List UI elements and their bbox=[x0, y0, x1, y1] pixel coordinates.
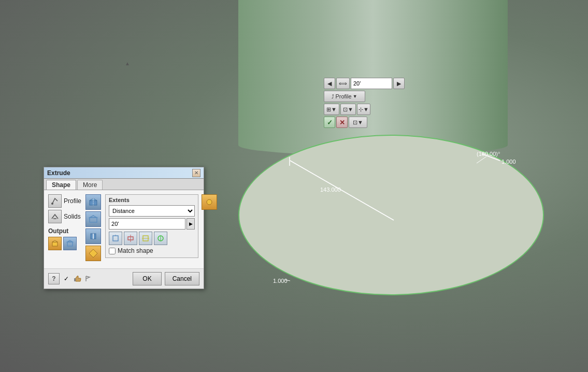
extrude-btn-2[interactable] bbox=[85, 211, 101, 227]
side-icons-column bbox=[202, 194, 217, 258]
toolbar-left-arrow[interactable]: ◀ bbox=[324, 78, 335, 89]
dim-1-annotation: 1.000 bbox=[273, 278, 288, 284]
main-section-row: Profile Solids Output bbox=[48, 194, 199, 261]
extents-type-select[interactable]: Distance To Next Through All bbox=[109, 205, 195, 217]
match-shape-row: Match shape bbox=[109, 247, 195, 254]
output-section: Output bbox=[48, 227, 81, 250]
svg-rect-20 bbox=[113, 236, 118, 241]
dialog-title: Extrude bbox=[47, 169, 70, 177]
extents-arrow-btn[interactable]: ▶ bbox=[187, 218, 195, 230]
check-mark: ✓ bbox=[62, 274, 71, 283]
svg-rect-29 bbox=[74, 278, 76, 281]
extrude-btn-4[interactable] bbox=[85, 246, 101, 261]
svg-rect-14 bbox=[90, 218, 97, 222]
extents-icon-4[interactable] bbox=[154, 232, 167, 245]
extents-icon-1[interactable] bbox=[109, 232, 122, 245]
solids-icon-btn[interactable] bbox=[48, 210, 62, 223]
svg-marker-8 bbox=[52, 240, 58, 242]
profile-row: Profile bbox=[48, 194, 81, 208]
bottom-right-buttons: OK Cancel bbox=[133, 272, 199, 285]
dim-143-annotation: 143.000 bbox=[320, 187, 341, 193]
ok-button[interactable]: OK bbox=[133, 272, 161, 285]
dialog-bottom: ? ✓ OK Cancel bbox=[44, 268, 204, 289]
ellipse-surface bbox=[238, 135, 544, 295]
profile-icon-btn[interactable] bbox=[48, 194, 62, 208]
bottom-left-controls: ? ✓ bbox=[48, 273, 93, 284]
match-shape-checkbox[interactable] bbox=[109, 248, 116, 254]
toolbar-row-distance: ◀ ⟺ ▶ bbox=[324, 78, 405, 89]
extrude-btn-1[interactable] bbox=[85, 194, 101, 210]
match-shape-label: Match shape bbox=[118, 247, 153, 254]
svg-marker-10 bbox=[67, 240, 73, 242]
scroll-indicator: ▲ bbox=[123, 60, 132, 66]
output-icon-row bbox=[48, 237, 81, 250]
thumbs-icon bbox=[73, 274, 82, 283]
extrude-dialog: Extrude ✕ Shape More Profile bbox=[44, 167, 204, 289]
angle-annotation: (180.00)° bbox=[477, 151, 500, 157]
extents-icon-3[interactable] bbox=[139, 232, 152, 245]
toolbar-right-arrow[interactable]: ▶ bbox=[393, 78, 405, 89]
extents-group: Extents Distance To Next Through All ▶ bbox=[105, 194, 198, 258]
distance-row: ▶ bbox=[109, 218, 195, 230]
toolbar-area: ◀ ⟺ ▶ ⤴ Profile ▼ ⊞▼ ⊡▼ ⊹▼ ✓ ✕ ⊡▼ bbox=[324, 78, 405, 128]
tab-shape[interactable]: Shape bbox=[46, 180, 76, 190]
toolbar-measure-icon[interactable]: ⟺ bbox=[336, 78, 350, 89]
dialog-content: Profile Solids Output bbox=[44, 190, 204, 268]
toolbar-row-mode: ⊞▼ ⊡▼ ⊹▼ bbox=[324, 104, 405, 115]
extents-title: Extents bbox=[109, 197, 195, 203]
extents-distance-input[interactable] bbox=[109, 218, 185, 230]
confirm-button[interactable]: ✓ bbox=[324, 117, 335, 128]
dialog-tabs: Shape More bbox=[44, 179, 204, 190]
tab-more[interactable]: More bbox=[77, 180, 103, 190]
output-surface-btn[interactable] bbox=[63, 237, 77, 250]
reject-button[interactable]: ✕ bbox=[336, 117, 348, 128]
svg-rect-7 bbox=[52, 242, 58, 246]
middle-icons bbox=[85, 194, 101, 261]
extents-icon-row bbox=[109, 232, 195, 245]
view-btn[interactable]: ⊡▼ bbox=[349, 117, 367, 128]
left-section: Profile Solids Output bbox=[48, 194, 81, 250]
toolbar-row-confirm: ✓ ✕ ⊡▼ bbox=[324, 117, 405, 128]
dialog-close-button[interactable]: ✕ bbox=[192, 169, 200, 177]
help-button[interactable]: ? bbox=[48, 273, 60, 284]
toolbar-row-profile: ⤴ Profile ▼ bbox=[324, 91, 405, 102]
profile-label: Profile bbox=[64, 197, 81, 205]
solids-label: Solids bbox=[64, 213, 81, 220]
distance-input[interactable] bbox=[351, 78, 392, 89]
mode-btn-1[interactable]: ⊞▼ bbox=[324, 104, 339, 115]
side-icon-1[interactable] bbox=[202, 194, 217, 210]
svg-marker-15 bbox=[90, 216, 97, 218]
cancel-button[interactable]: Cancel bbox=[165, 272, 199, 285]
output-solid-btn[interactable] bbox=[48, 237, 62, 250]
output-label: Output bbox=[48, 227, 81, 235]
svg-point-28 bbox=[207, 199, 212, 205]
solids-row: Solids bbox=[48, 210, 81, 223]
profile-button[interactable]: ⤴ Profile ▼ bbox=[324, 91, 365, 102]
extrude-btn-3[interactable] bbox=[85, 228, 101, 244]
mode-btn-2[interactable]: ⊡▼ bbox=[340, 104, 356, 115]
bottom-icons bbox=[73, 274, 93, 283]
extents-icon-2[interactable] bbox=[124, 232, 137, 245]
svg-rect-9 bbox=[67, 242, 73, 246]
right-section: Extents Distance To Next Through All ▶ bbox=[105, 194, 217, 258]
mode-btn-3[interactable]: ⊹▼ bbox=[357, 104, 370, 115]
dialog-titlebar: Extrude ✕ bbox=[44, 167, 204, 179]
flag-icon bbox=[83, 274, 93, 283]
svg-marker-19 bbox=[89, 249, 97, 257]
value-1-annotation: 1.000 bbox=[501, 159, 516, 165]
svg-point-5 bbox=[51, 203, 53, 205]
